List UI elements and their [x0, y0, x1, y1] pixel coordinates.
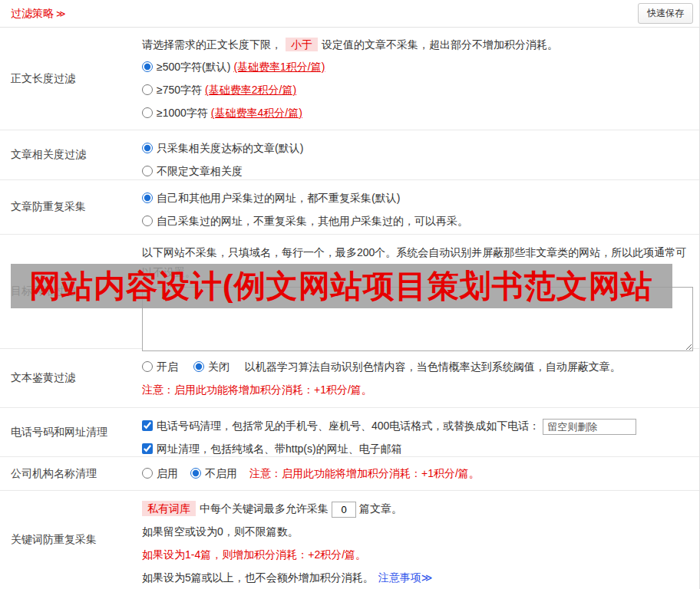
porn-option-off[interactable]: 关闭 — [193, 360, 229, 373]
length-option-750-text: ≥750字符 — [157, 84, 202, 96]
keyword-note-zero: 如果留空或设为0，则不限篇数。 — [142, 520, 693, 543]
row-label-porn: 文本鉴黄过滤 — [0, 349, 130, 407]
length-radio-500[interactable] — [142, 61, 153, 72]
company-radio-off[interactable] — [190, 468, 201, 479]
row-company-cleanup: 公司机构名称清理 启用 不启用 注意：启用此功能将增加积分消耗：+1积分/篇。 — [0, 457, 699, 491]
relevance-option-strict-text: 只采集相关度达标的文章(默认) — [157, 142, 303, 154]
length-radio-1000[interactable] — [142, 107, 153, 118]
keyword-content: 私有词库中每个关键词最多允许采集篇文章。 如果留空或设为0，则不限篇数。 如果设… — [130, 491, 699, 589]
intro-before: 请选择需求的正文长度下限， — [142, 38, 282, 51]
row-porn-filter: 文本鉴黄过滤 开启 关闭 以机器学习算法自动识别色情内容，当色情概率达到系统阈值… — [0, 349, 699, 408]
url-cleanup-text: 网址清理，包括纯域名、带http(s)的网址、电子邮箱 — [157, 443, 402, 455]
row-dedup-filter: 文章防重复采集 自己和其他用户采集过的网址，都不重复采集(默认) 自己采集过的网… — [0, 180, 699, 235]
row-relevance-filter: 文章相关度过滤 只采集相关度达标的文章(默认) 不限定文章相关度 — [0, 130, 699, 180]
company-option-on[interactable]: 启用 — [142, 467, 178, 481]
company-cost-note: 注意：启用此功能将增加积分消耗：+1积分/篇。 — [249, 467, 480, 481]
filter-strategy-page: 过滤策略≫ 快速保存 正文长度过滤 请选择需求的正文长度下限，小于设定值的文章不… — [0, 0, 700, 589]
company-option-off-text: 不启用 — [205, 467, 237, 479]
length-option-1000-fee: (基础费率4积分/篇) — [211, 107, 302, 119]
quick-save-button[interactable]: 快速保存 — [638, 3, 693, 24]
porn-cost-note: 注意：启用此功能将增加积分消耗：+1积分/篇。 — [142, 378, 693, 401]
url-cleanup-option[interactable]: 网址清理，包括纯域名、带http(s)的网址、电子邮箱 — [142, 443, 402, 455]
length-radio-750[interactable] — [142, 84, 153, 95]
dedup-option-self-only-text: 自己采集过的网址，不重复采集，其他用户采集过的，可以再采。 — [157, 215, 468, 227]
length-option-500-fee: (基础费率1积分/篇) — [233, 61, 325, 73]
phone-cleanup-option[interactable]: 电话号码清理，包括常见的手机号、座机号、400电话格式，或替换成如下电话： — [142, 420, 540, 432]
keyword-note-cost: 如果设为1-4篇，则增加积分消耗：+2积分/篇。 — [142, 543, 693, 566]
porn-radio-off[interactable] — [193, 361, 204, 372]
length-option-750[interactable]: ≥750字符(基础费率2积分/篇) — [142, 78, 693, 101]
chevron-down-icon: ≫ — [56, 8, 66, 19]
relevance-content: 只采集相关度达标的文章(默认) 不限定文章相关度 — [130, 130, 699, 179]
watermark-banner: 网站内容设计(例文网站项目策划书范文网站 — [11, 264, 672, 308]
notice-link[interactable]: 注意事项≫ — [378, 571, 433, 584]
intro-after: 设定值的文章不采集，超出部分不增加积分消耗。 — [322, 38, 558, 51]
porn-option-on[interactable]: 开启 — [142, 360, 178, 373]
length-option-750-fee: (基础费率2积分/篇) — [205, 84, 296, 96]
page-header: 过滤策略≫ 快速保存 — [0, 0, 699, 28]
keyword-limit-suffix: 篇文章。 — [359, 502, 402, 515]
length-option-500-text: ≥500字符(默认) — [157, 61, 230, 73]
page-title-text: 过滤策略 — [11, 7, 54, 19]
porn-option-off-text: 关闭 — [208, 360, 229, 373]
url-cleanup-checkbox[interactable] — [142, 443, 153, 454]
page-title: 过滤策略≫ — [11, 7, 66, 21]
dedup-content: 自己和其他用户采集过的网址，都不重复采集(默认) 自己采集过的网址，不重复采集，… — [130, 180, 699, 234]
text-length-intro: 请选择需求的正文长度下限，小于设定值的文章不采集，超出部分不增加积分消耗。 — [142, 34, 693, 55]
length-option-1000[interactable]: ≥1000字符(基础费率4积分/篇) — [142, 101, 693, 124]
dedup-option-self-only[interactable]: 自己采集过的网址，不重复采集，其他用户采集过的，可以再采。 — [142, 209, 693, 232]
watermark-text: 网站内容设计(例文网站项目策划书范文网站 — [29, 265, 653, 308]
relevance-radio-any[interactable] — [142, 166, 153, 176]
company-radio-on[interactable] — [142, 468, 153, 479]
row-text-length-filter: 正文长度过滤 请选择需求的正文长度下限，小于设定值的文章不采集，超出部分不增加积… — [0, 28, 699, 130]
text-length-content: 请选择需求的正文长度下限，小于设定值的文章不采集，超出部分不增加积分消耗。 ≥5… — [130, 28, 699, 130]
dedup-radio-self-only[interactable] — [142, 216, 153, 226]
phone-url-content: 电话号码清理，包括常见的手机号、座机号、400电话格式，或替换成如下电话： 网址… — [130, 408, 699, 456]
length-option-500[interactable]: ≥500字符(默认)(基础费率1积分/篇) — [142, 55, 693, 78]
relevance-option-strict[interactable]: 只采集相关度达标的文章(默认) — [142, 137, 693, 160]
dedup-option-all-users-text: 自己和其他用户采集过的网址，都不重复采集(默认) — [157, 192, 400, 204]
replacement-phone-input[interactable] — [543, 419, 636, 435]
phone-cleanup-text: 电话号码清理，包括常见的手机号、座机号、400电话格式，或替换成如下电话： — [157, 420, 540, 432]
porn-option-on-text: 开启 — [157, 360, 178, 373]
length-option-1000-text: ≥1000字符 — [157, 107, 208, 119]
row-label-dedup: 文章防重复采集 — [0, 180, 130, 234]
highlight-less-than: 小于 — [286, 38, 318, 51]
keyword-note-five-text: 如果设为5篇或以上，也不会额外增加积分消耗。 — [142, 571, 374, 584]
porn-radio-on[interactable] — [142, 361, 153, 372]
company-option-off[interactable]: 不启用 — [190, 467, 237, 481]
row-phone-url-cleanup: 电话号码和网址清理 电话号码清理，包括常见的手机号、座机号、400电话格式，或替… — [0, 408, 699, 457]
keyword-limit-input[interactable] — [332, 502, 356, 518]
row-label-text-length: 正文长度过滤 — [0, 28, 130, 130]
porn-content: 开启 关闭 以机器学习算法自动识别色情内容，当色情概率达到系统阈值，自动屏蔽文章… — [130, 349, 699, 407]
relevance-radio-strict[interactable] — [142, 143, 153, 153]
row-label-relevance: 文章相关度过滤 — [0, 130, 130, 179]
dedup-option-all-users[interactable]: 自己和其他用户采集过的网址，都不重复采集(默认) — [142, 186, 693, 209]
dedup-radio-all-users[interactable] — [142, 192, 153, 203]
relevance-option-any-text: 不限定文章相关度 — [157, 165, 243, 177]
row-label-keyword: 关键词防重复采集 — [0, 491, 130, 589]
phone-cleanup-line: 电话号码清理，包括常见的手机号、座机号、400电话格式，或替换成如下电话： — [142, 414, 693, 437]
company-option-on-text: 启用 — [157, 467, 178, 479]
company-content: 启用 不启用 注意：启用此功能将增加积分消耗：+1积分/篇。 — [130, 457, 699, 490]
row-keyword-dedup: 关键词防重复采集 私有词库中每个关键词最多允许采集篇文章。 如果留空或设为0，则… — [0, 491, 699, 589]
relevance-option-any[interactable]: 不限定文章相关度 — [142, 160, 693, 183]
private-lexicon-badge: 私有词库 — [142, 501, 196, 516]
keyword-limit-text: 中每个关键词最多允许采集 — [200, 502, 329, 515]
porn-desc: 以机器学习算法自动识别色情内容，当色情概率达到系统阈值，自动屏蔽文章。 — [245, 360, 621, 373]
keyword-note-five-line: 如果设为5篇或以上，也不会额外增加积分消耗。注意事项≫ — [142, 566, 693, 589]
porn-options-line: 开启 关闭 以机器学习算法自动识别色情内容，当色情概率达到系统阈值，自动屏蔽文章… — [142, 355, 693, 378]
phone-cleanup-checkbox[interactable] — [142, 420, 153, 431]
row-label-phone-url: 电话号码和网址清理 — [0, 408, 130, 456]
keyword-limit-line: 私有词库中每个关键词最多允许采集篇文章。 — [142, 497, 693, 520]
row-label-company: 公司机构名称清理 — [0, 457, 130, 490]
